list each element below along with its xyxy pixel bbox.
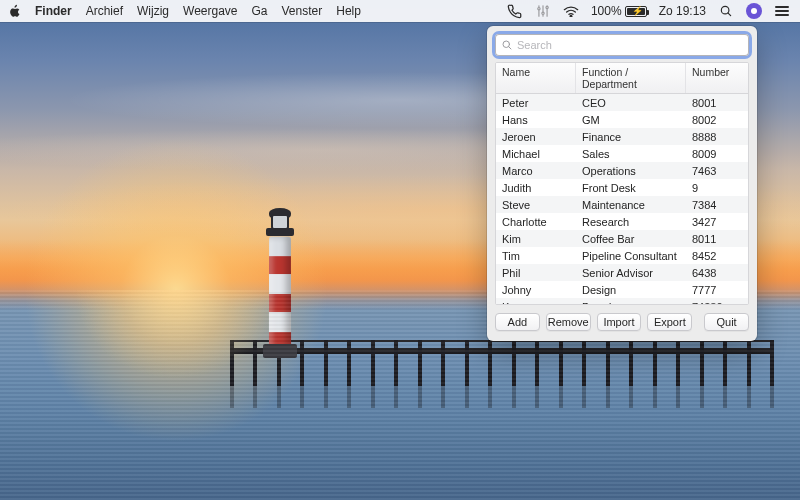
cell-name: Peter	[496, 94, 576, 111]
cell-dept: GM	[576, 111, 686, 128]
cell-dept: Sales	[576, 145, 686, 162]
battery-icon: ⚡	[625, 6, 647, 17]
menubar-item-help[interactable]: Help	[336, 0, 361, 22]
battery-status[interactable]: 100% ⚡	[591, 4, 647, 18]
table-row[interactable]: JeroenFinance8888	[496, 128, 748, 145]
import-button[interactable]: Import	[597, 313, 642, 331]
battery-percentage-label: 100%	[591, 4, 622, 18]
cell-name: Steve	[496, 196, 576, 213]
column-header-number[interactable]: Number	[686, 63, 748, 93]
search-input[interactable]	[517, 39, 743, 51]
table-row[interactable]: KoenBoard74380	[496, 298, 748, 305]
cell-name: Michael	[496, 145, 576, 162]
cell-name: Phil	[496, 264, 576, 281]
cell-dept: Design	[576, 281, 686, 298]
cell-number: 3427	[686, 213, 748, 230]
svg-point-6	[570, 15, 572, 17]
table-row[interactable]: TimPipeline Consultant8452	[496, 247, 748, 264]
cell-name: Jeroen	[496, 128, 576, 145]
cell-name: Judith	[496, 179, 576, 196]
svg-point-5	[546, 6, 548, 8]
phone-menulet-icon[interactable]	[507, 3, 523, 19]
cell-dept: Coffee Bar	[576, 230, 686, 247]
table-row[interactable]: SteveMaintenance7384	[496, 196, 748, 213]
table-row[interactable]: PhilSenior Advisor6438	[496, 264, 748, 281]
column-header-name[interactable]: Name	[496, 63, 576, 93]
siri-icon[interactable]	[746, 3, 762, 19]
export-button[interactable]: Export	[647, 313, 692, 331]
cell-dept: Senior Advisor	[576, 264, 686, 281]
menubar: Finder ArchiefWijzigWeergaveGaVensterHel…	[0, 0, 800, 22]
remove-button[interactable]: Remove	[546, 313, 591, 331]
cell-dept: Pipeline Consultant	[576, 247, 686, 264]
cell-number: 7463	[686, 162, 748, 179]
cell-dept: Front Desk	[576, 179, 686, 196]
cell-number: 8001	[686, 94, 748, 111]
contacts-table: Name Function / Department Number PeterC…	[495, 62, 749, 305]
spotlight-search-icon[interactable]	[718, 3, 734, 19]
search-icon	[501, 39, 513, 51]
table-row[interactable]: KimCoffee Bar8011	[496, 230, 748, 247]
cell-number: 8452	[686, 247, 748, 264]
cell-number: 8002	[686, 111, 748, 128]
table-row[interactable]: CharlotteResearch3427	[496, 213, 748, 230]
directory-popover: Name Function / Department Number PeterC…	[487, 26, 757, 341]
cell-number: 74380	[686, 298, 748, 305]
svg-point-4	[542, 12, 544, 14]
cell-name: Koen	[496, 298, 576, 305]
cell-dept: Operations	[576, 162, 686, 179]
cell-number: 8009	[686, 145, 748, 162]
add-button[interactable]: Add	[495, 313, 540, 331]
svg-line-8	[728, 13, 731, 16]
menubar-clock[interactable]: Zo 19:13	[659, 0, 706, 22]
cell-name: Charlotte	[496, 213, 576, 230]
menubar-app-name[interactable]: Finder	[35, 0, 72, 22]
cell-dept: Research	[576, 213, 686, 230]
cell-number: 7384	[686, 196, 748, 213]
cell-name: Johny	[496, 281, 576, 298]
wifi-icon[interactable]	[563, 3, 579, 19]
notification-center-icon[interactable]	[774, 3, 790, 19]
cell-name: Tim	[496, 247, 576, 264]
cell-number: 6438	[686, 264, 748, 281]
cell-dept: Finance	[576, 128, 686, 145]
table-row[interactable]: JohnyDesign7777	[496, 281, 748, 298]
pier-illustration	[230, 340, 770, 410]
table-row[interactable]: MarcoOperations7463	[496, 162, 748, 179]
search-field-wrapper[interactable]	[495, 34, 749, 56]
cell-number: 8011	[686, 230, 748, 247]
column-header-dept[interactable]: Function / Department	[576, 63, 686, 93]
lighthouse-illustration	[263, 208, 297, 358]
desktop-wallpaper: Finder ArchiefWijzigWeergaveGaVensterHel…	[0, 0, 800, 500]
cell-name: Marco	[496, 162, 576, 179]
svg-point-3	[538, 8, 540, 10]
cell-name: Kim	[496, 230, 576, 247]
svg-line-10	[509, 47, 511, 49]
menubar-item-weergave[interactable]: Weergave	[183, 0, 237, 22]
table-row[interactable]: PeterCEO8001	[496, 94, 748, 111]
cell-dept: Maintenance	[576, 196, 686, 213]
table-header: Name Function / Department Number	[496, 63, 748, 94]
cell-number: 8888	[686, 128, 748, 145]
cell-number: 9	[686, 179, 748, 196]
table-row[interactable]: JudithFront Desk9	[496, 179, 748, 196]
table-row[interactable]: HansGM8002	[496, 111, 748, 128]
table-row[interactable]: MichaelSales8009	[496, 145, 748, 162]
button-row: Add Remove Import Export Quit	[495, 313, 749, 331]
menubar-item-archief[interactable]: Archief	[86, 0, 123, 22]
quit-button[interactable]: Quit	[704, 313, 749, 331]
cell-number: 7777	[686, 281, 748, 298]
menubar-item-venster[interactable]: Venster	[282, 0, 323, 22]
menubar-item-ga[interactable]: Ga	[252, 0, 268, 22]
menubar-item-wijzig[interactable]: Wijzig	[137, 0, 169, 22]
cell-dept: CEO	[576, 94, 686, 111]
apple-logo-icon[interactable]	[8, 4, 21, 18]
cell-dept: Board	[576, 298, 686, 305]
cell-name: Hans	[496, 111, 576, 128]
settings-sliders-icon[interactable]	[535, 3, 551, 19]
